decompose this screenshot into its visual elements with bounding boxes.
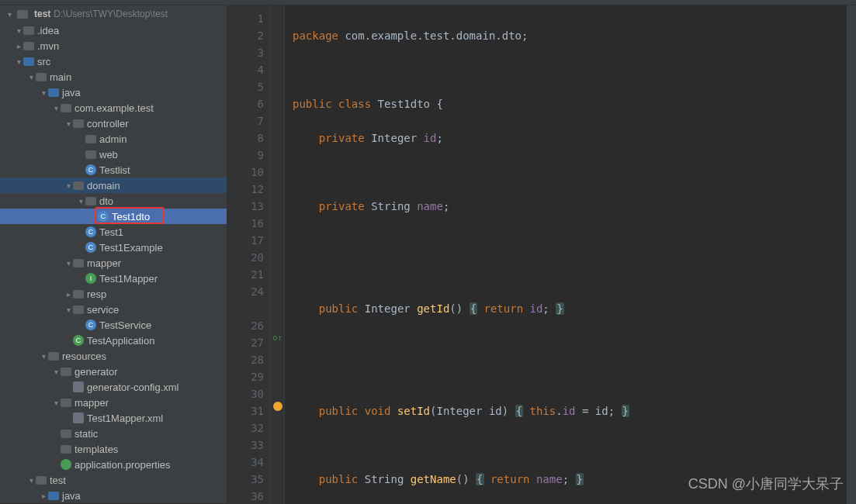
- tree-item--mvn[interactable]: .mvn: [0, 38, 227, 54]
- chevron-down-icon[interactable]: [64, 306, 73, 314]
- line-number[interactable]: 21: [230, 266, 264, 283]
- line-number[interactable]: 2: [230, 27, 264, 44]
- editor-gutter[interactable]: 1234567891012131617202124262728293031323…: [227, 5, 271, 504]
- chevron-down-icon[interactable]: [51, 104, 61, 112]
- line-number[interactable]: 32: [230, 419, 264, 437]
- chevron-down-icon[interactable]: [14, 26, 23, 35]
- tree-item-application-properties[interactable]: application.properties: [0, 457, 227, 472]
- tree-item-test1dto[interactable]: CTest1dto: [0, 209, 227, 224]
- line-number[interactable]: 30: [230, 385, 264, 402]
- chevron-down-icon[interactable]: [64, 181, 73, 190]
- tree-item-mapper[interactable]: mapper: [0, 395, 227, 410]
- tree-item-testapplication[interactable]: CTestApplication: [0, 333, 227, 348]
- tree-item-resources[interactable]: resources: [0, 348, 227, 364]
- line-number[interactable]: 13: [230, 198, 264, 215]
- line-number[interactable]: 26: [230, 317, 264, 334]
- chevron-down-icon[interactable]: [51, 368, 61, 376]
- folder-pkg-icon: [73, 306, 84, 314]
- vertical-scrollbar[interactable]: [847, 5, 856, 504]
- tree-item-com-example-test[interactable]: com.example.test: [0, 100, 227, 116]
- tree-item-label: test: [50, 475, 66, 486]
- chevron-right-icon[interactable]: [39, 492, 48, 500]
- line-number[interactable]: 16: [230, 215, 264, 232]
- folder-src-icon: [48, 492, 59, 500]
- tree-item-test1[interactable]: CTest1: [0, 224, 227, 240]
- editor-tabs-bar[interactable]: [0, 0, 856, 5]
- tree-item-service[interactable]: service: [0, 302, 227, 317]
- chevron-down-icon[interactable]: [64, 119, 73, 128]
- tree-item-label: domain: [87, 180, 120, 192]
- tree-item-web[interactable]: web: [0, 147, 227, 162]
- line-number[interactable]: 20: [230, 249, 264, 266]
- class-icon: C: [98, 211, 109, 222]
- tree-item-generator[interactable]: generator: [0, 364, 227, 379]
- tree-item-test[interactable]: test: [0, 472, 227, 488]
- line-number[interactable]: 34: [230, 454, 264, 471]
- override-gutter-icon[interactable]: o↑: [272, 330, 282, 347]
- line-number[interactable]: 9: [230, 147, 264, 164]
- line-number[interactable]: 17: [230, 232, 264, 249]
- line-number[interactable]: 36: [230, 488, 264, 504]
- chevron-down-icon[interactable]: [51, 399, 61, 407]
- line-number[interactable]: 1: [230, 10, 264, 27]
- line-number[interactable]: 6: [230, 95, 264, 112]
- tree-item-test1mapper[interactable]: ITest1Mapper: [0, 271, 227, 286]
- tree-item-label: Test1: [99, 226, 123, 238]
- tree-item-label: .mvn: [37, 40, 59, 52]
- tree-item-generator-config-xml[interactable]: generator-config.xml: [0, 379, 227, 395]
- line-number[interactable]: 29: [230, 368, 264, 385]
- project-tree[interactable]: test D:\Users\TWY\Desktop\test .idea.mvn…: [0, 5, 227, 503]
- intention-bulb-icon[interactable]: [273, 402, 282, 411]
- line-number[interactable]: 31: [230, 402, 264, 419]
- tree-item-dto[interactable]: dto: [0, 193, 227, 209]
- tree-item-static[interactable]: static: [0, 426, 227, 441]
- tree-item-test1example[interactable]: CTest1Example: [0, 240, 227, 255]
- line-number[interactable]: 35: [230, 471, 264, 488]
- tree-item-mapper[interactable]: mapper: [0, 255, 227, 271]
- line-number[interactable]: 3: [230, 44, 264, 61]
- line-number[interactable]: [230, 300, 264, 317]
- chevron-down-icon[interactable]: [26, 476, 36, 485]
- tree-item-test1mapper-xml[interactable]: Test1Mapper.xml: [0, 410, 227, 426]
- tree-item-resp[interactable]: resp: [0, 286, 227, 302]
- line-number[interactable]: 10: [230, 164, 264, 181]
- chevron-right-icon[interactable]: [64, 290, 73, 299]
- tree-item-label: web: [99, 149, 118, 161]
- tree-item-templates[interactable]: templates: [0, 441, 227, 457]
- chevron-right-icon[interactable]: [14, 42, 23, 50]
- line-number[interactable]: 5: [230, 78, 264, 95]
- tree-item-label: Test1Example: [99, 242, 163, 254]
- line-number[interactable]: 12: [230, 181, 264, 198]
- tree-item-src[interactable]: src: [0, 54, 227, 69]
- tree-item-testservice[interactable]: CTestService: [0, 317, 227, 333]
- line-number[interactable]: 8: [230, 129, 264, 147]
- line-number[interactable]: 4: [230, 61, 264, 78]
- project-sidebar-wrap: test D:\Users\TWY\Desktop\test .idea.mvn…: [0, 5, 227, 504]
- line-number[interactable]: 24: [230, 283, 264, 300]
- tree-item-label: static: [75, 428, 98, 440]
- code-editor[interactable]: 1234567891012131617202124262728293031323…: [227, 5, 856, 504]
- chevron-down-icon[interactable]: [39, 88, 48, 97]
- tree-item-domain[interactable]: domain: [0, 178, 227, 193]
- chevron-down-icon[interactable]: [76, 197, 85, 205]
- tree-item-testlist[interactable]: CTestlist: [0, 162, 227, 178]
- chevron-down-icon[interactable]: [26, 73, 36, 81]
- tree-item-admin[interactable]: admin: [0, 131, 227, 147]
- line-number[interactable]: 33: [230, 437, 264, 454]
- line-number[interactable]: 7: [230, 112, 264, 129]
- tree-item-java[interactable]: java: [0, 488, 227, 503]
- tree-item-main[interactable]: main: [0, 69, 227, 85]
- tree-item-label: templates: [75, 444, 118, 455]
- chevron-down-icon[interactable]: [64, 259, 73, 268]
- folder-icon: [36, 73, 47, 81]
- tree-item-controller[interactable]: controller: [0, 116, 227, 131]
- editor-marks-gutter[interactable]: o↑: [271, 5, 285, 504]
- chevron-down-icon[interactable]: [5, 10, 14, 19]
- chevron-down-icon[interactable]: [14, 57, 23, 66]
- tree-item-java[interactable]: java: [0, 85, 227, 100]
- chevron-down-icon[interactable]: [39, 352, 48, 361]
- line-number[interactable]: 27: [230, 334, 264, 351]
- line-number[interactable]: 28: [230, 351, 264, 368]
- editor-code-area[interactable]: package com.example.test.domain.dto; pub…: [285, 5, 847, 504]
- tree-item--idea[interactable]: .idea: [0, 22, 227, 38]
